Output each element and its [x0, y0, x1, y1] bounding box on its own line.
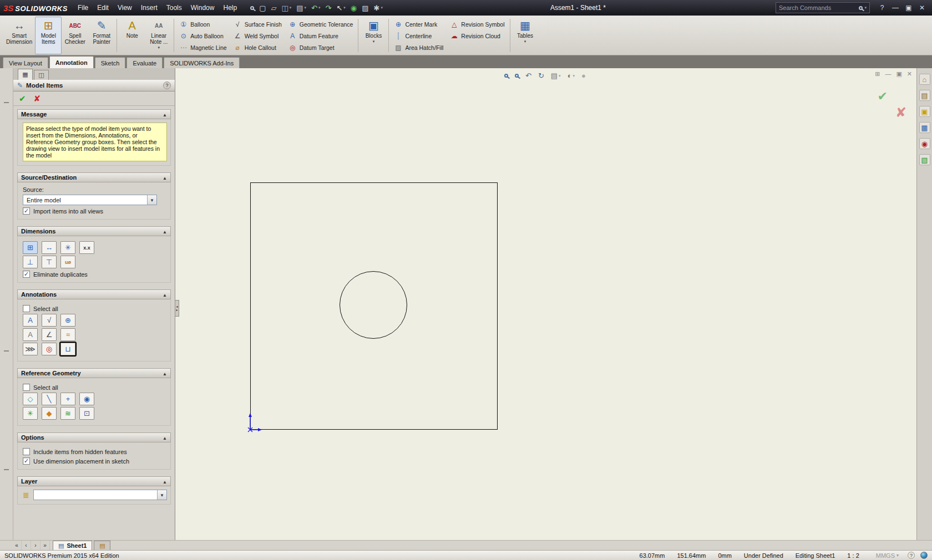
- model-items-button[interactable]: ⊞ModelItems: [35, 17, 62, 54]
- caterpillars-button[interactable]: ≈: [60, 328, 75, 341]
- planes-button[interactable]: ◇: [23, 393, 38, 405]
- cancel-button[interactable]: ✘: [34, 94, 41, 104]
- units-selector[interactable]: MMGS: [876, 552, 899, 559]
- collapse-icon[interactable]: [163, 434, 167, 441]
- layer-dropdown[interactable]: [33, 490, 167, 500]
- propertymanager-tab[interactable]: ▦: [18, 69, 33, 80]
- search-button[interactable]: [248, 5, 256, 11]
- ok-button[interactable]: ✔: [19, 94, 26, 104]
- open-document-button[interactable]: ▱: [269, 3, 278, 13]
- options-group-header[interactable]: Options: [17, 432, 171, 442]
- sheet-tab-sheet1[interactable]: ▤ Sheet1: [53, 541, 92, 550]
- select-button[interactable]: ↖▾: [334, 3, 347, 13]
- restore-document-button[interactable]: ▣: [896, 71, 901, 77]
- search-input[interactable]: [779, 4, 856, 11]
- minimize-document-button[interactable]: —: [885, 71, 891, 77]
- checkbox-box[interactable]: [23, 448, 30, 455]
- restore-button[interactable]: ▣: [902, 2, 915, 14]
- tolerated-dimensions-button[interactable]: x.x: [79, 241, 94, 254]
- note-button[interactable]: ANote: [119, 17, 145, 54]
- checkbox-box[interactable]: [23, 207, 30, 215]
- appearances-scenes-button[interactable]: ◉: [919, 138, 930, 149]
- confirmation-corner-cancel[interactable]: ✘: [895, 105, 906, 120]
- splitter-tick[interactable]: [4, 350, 9, 352]
- rebuild-button[interactable]: ◉: [348, 3, 359, 13]
- redo-button[interactable]: ↷: [323, 3, 334, 13]
- tab-evaluate[interactable]: Evaluate: [126, 57, 163, 68]
- datums-button[interactable]: A: [23, 328, 38, 341]
- tables-button[interactable]: ▦Tables▾: [512, 17, 539, 54]
- auto-balloon-button[interactable]: ⊙Auto Balloon: [176, 30, 230, 42]
- dimensions-group-header[interactable]: Dimensions: [17, 226, 171, 236]
- revision-cloud-button[interactable]: ☁Revision Cloud: [447, 30, 508, 42]
- drawing-view-rectangle[interactable]: [250, 182, 498, 430]
- collapse-icon[interactable]: [163, 291, 167, 298]
- search-caret-icon[interactable]: ▾: [865, 6, 867, 10]
- hole-callout-item-button[interactable]: uø: [60, 256, 75, 268]
- add-sheet-tab[interactable]: ▤: [94, 541, 110, 550]
- layer-group-header[interactable]: Layer: [17, 476, 171, 486]
- graphics-area[interactable]: ↶↻▤▾◐▾● ⊞—▣✕ ✔ ✘: [175, 68, 916, 540]
- collapse-icon[interactable]: [163, 478, 167, 485]
- close-document-button[interactable]: ✕: [907, 71, 912, 77]
- geometric-tolerance-button[interactable]: ⊕Geometric Tolerance: [285, 18, 357, 30]
- apply-scene-button[interactable]: ●: [580, 71, 587, 80]
- hole-callout-button[interactable]: ⌀Hole Callout: [230, 42, 285, 53]
- curves-button[interactable]: ✳: [23, 407, 38, 420]
- close-button[interactable]: ✕: [915, 2, 929, 14]
- menu-view[interactable]: View: [113, 3, 136, 13]
- menu-window[interactable]: Window: [186, 3, 219, 13]
- routing-points-button[interactable]: ⊡: [79, 407, 94, 420]
- instance-revolution-counts-button[interactable]: ✳: [60, 241, 75, 254]
- blocks-button[interactable]: ▣Blocks▾: [360, 17, 387, 54]
- surfaces-button[interactable]: ◆: [42, 407, 57, 420]
- menu-tools[interactable]: Tools: [162, 3, 186, 13]
- zoom-to-fit-button[interactable]: [503, 73, 510, 79]
- revision-symbol-button[interactable]: △Revision Symbol: [447, 18, 508, 30]
- view-palette-button[interactable]: ▦: [919, 122, 930, 133]
- datum-targets-button[interactable]: ◎: [42, 343, 57, 355]
- file-explorer-button[interactable]: ▣: [919, 106, 930, 117]
- design-library-button[interactable]: ▤: [919, 90, 930, 101]
- tab-solidworks-add-ins[interactable]: SOLIDWORKS Add-Ins: [164, 57, 240, 68]
- collapse-icon[interactable]: [163, 370, 167, 376]
- scroll-last-button[interactable]: »: [40, 541, 50, 550]
- origins-button[interactable]: +: [60, 393, 75, 405]
- display-manager-tab[interactable]: ◫: [34, 70, 49, 80]
- dropdown-arrow-icon[interactable]: [147, 195, 156, 205]
- datum-target-button[interactable]: ◎Datum Target: [285, 42, 357, 53]
- linear-note-pattern-button[interactable]: AALinearNote ...▾: [145, 17, 172, 54]
- scroll-right-button[interactable]: ›: [31, 541, 40, 550]
- help-button[interactable]: ?: [875, 2, 889, 14]
- print-button[interactable]: ▤▾: [294, 3, 308, 13]
- tab-view-layout[interactable]: View Layout: [3, 57, 48, 68]
- viewport-layout-button[interactable]: ⊞: [875, 71, 880, 77]
- weld-symbol-button[interactable]: ∠Weld Symbol: [230, 30, 285, 42]
- new-document-button[interactable]: ▢: [257, 3, 268, 13]
- datum-feature-button[interactable]: ADatum Feature: [285, 30, 357, 42]
- axes-button[interactable]: ╲: [42, 393, 57, 405]
- annotations-group-header[interactable]: Annotations: [17, 289, 171, 299]
- view-settings-button[interactable]: ◐▾: [566, 71, 576, 80]
- center-of-mass-button[interactable]: ◉: [79, 393, 94, 405]
- source-destination-group-header[interactable]: Source/Destination: [17, 172, 171, 182]
- menu-file[interactable]: File: [73, 3, 93, 13]
- drawing-view-circle[interactable]: [340, 271, 407, 339]
- tab-annotation[interactable]: Annotation: [49, 56, 94, 68]
- file-properties-button[interactable]: ▨: [359, 3, 371, 13]
- sketches-button[interactable]: ≋: [60, 407, 75, 420]
- balloon-button[interactable]: ①Balloon: [176, 18, 230, 30]
- reference-geometry-group-header[interactable]: Reference Geometry: [17, 368, 171, 378]
- import-items-checkbox[interactable]: Import items into all views: [23, 207, 167, 215]
- scroll-left-button[interactable]: ‹: [22, 541, 31, 550]
- smart-dimension-button[interactable]: ↔SmartDimension: [3, 17, 35, 54]
- splitter-tick[interactable]: [4, 102, 9, 103]
- format-painter-button[interactable]: ✎FormatPainter: [88, 17, 115, 54]
- annotations-select-all-checkbox[interactable]: Select all: [23, 305, 167, 312]
- eliminate-duplicates-checkbox[interactable]: Eliminate duplicates: [23, 271, 167, 278]
- menu-edit[interactable]: Edit: [93, 3, 113, 13]
- redraw-button[interactable]: ↻: [536, 71, 546, 80]
- hole-wizard-locations-button[interactable]: ⊤: [42, 256, 57, 268]
- menu-help[interactable]: Help: [219, 3, 241, 13]
- previous-view-button[interactable]: ↶: [524, 71, 533, 80]
